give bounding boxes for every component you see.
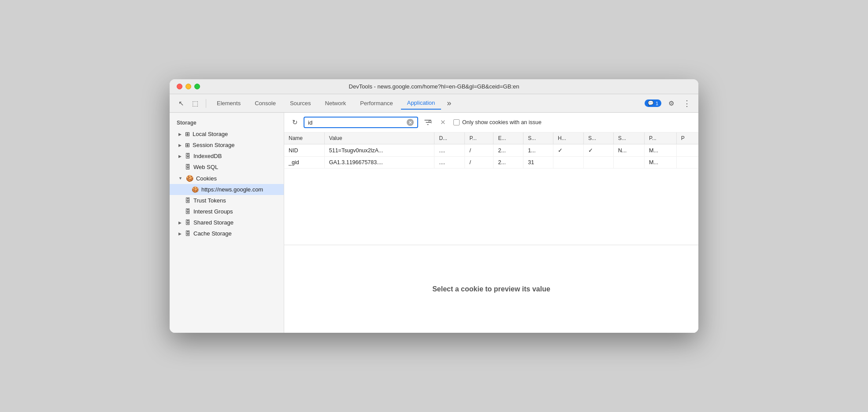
cell-domain: .... [434,144,465,157]
tab-sources[interactable]: Sources [284,97,317,109]
cell-value: GA1.3.1196675783.... [324,157,434,169]
sidebar-item-label: Cookies [196,175,217,182]
cell-path: / [465,157,493,169]
sidebar-item-cookies[interactable]: ▼ 🍪 Cookies [170,173,284,184]
svg-line-1 [431,122,431,123]
cookie-filter-checkbox[interactable] [453,119,460,125]
web-sql-icon: 🗄 [185,164,191,170]
sidebar-item-local-storage[interactable]: ▶ ⊞ Local Storage [170,129,284,140]
sidebar-item-web-sql[interactable]: ▶ 🗄 Web SQL [170,162,284,173]
sidebar-item-shared-storage[interactable]: ▶ 🗄 Shared Storage [170,217,284,228]
cookie-filter-text: Only show cookies with an issue [462,119,542,125]
sidebar-item-indexeddb[interactable]: ▶ 🗄 IndexedDB [170,151,284,162]
cell-partition [676,157,698,169]
tab-network[interactable]: Network [319,97,352,109]
cell-secure: ✓ [584,144,614,157]
settings-icon[interactable]: ⚙ [665,97,677,110]
toolbar-right: 💬 1 ⚙ ⋮ [645,97,693,110]
table-row[interactable]: NID511=Tsugv0nux2lzA......./2...1...✓✓N.… [284,144,698,157]
arrow-icon: ▶ [178,143,182,147]
maximize-button[interactable] [194,84,200,89]
window-title: DevTools - news.google.com/home?hl=en-GB… [349,83,519,90]
shared-storage-icon: 🗄 [185,219,191,226]
cell-path: / [465,144,493,157]
filter-icon[interactable] [422,116,434,129]
sidebar-item-label: https://news.google.com [201,186,263,193]
sidebar-item-label: Trust Tokens [193,197,226,204]
col-value[interactable]: Value [324,132,434,144]
cache-storage-icon: 🗄 [185,230,191,237]
indexeddb-icon: 🗄 [185,153,191,159]
cell-secure [584,157,614,169]
tab-elements[interactable]: Elements [211,97,247,109]
col-priority[interactable]: P... [645,132,677,144]
col-secure[interactable]: S... [584,132,614,144]
devtools-window: DevTools - news.google.com/home?hl=en-GB… [170,79,698,333]
badge-icon: 💬 [648,100,654,106]
col-domain[interactable]: D... [434,132,465,144]
col-samesite[interactable]: S... [613,132,644,144]
trust-tokens-icon: 🗄 [185,197,191,204]
cell-samesite: N... [613,144,644,157]
search-input[interactable] [308,119,404,126]
cursor-icon[interactable]: ↖ [175,97,187,110]
tab-performance[interactable]: Performance [354,97,399,109]
table-header-row: Name Value D... P... E... S... H... S...… [284,132,698,144]
cell-samesite [613,157,644,169]
close-button[interactable] [177,84,182,89]
toolbar-divider [206,99,206,108]
cell-value: 511=Tsugv0nux2lzA... [324,144,434,157]
session-storage-icon: ⊞ [185,142,190,148]
preview-area: Select a cookie to preview its value [284,245,698,333]
main-panel: ↻ ✕ ✕ Only show cookies with an issue [284,113,698,333]
cell-expires: 2... [493,144,523,157]
refresh-button[interactable]: ↻ [289,117,300,128]
tab-console[interactable]: Console [249,97,282,109]
arrow-icon: ▶ [178,154,182,158]
col-expires[interactable]: E... [493,132,523,144]
cell-size: 1... [523,144,553,157]
table-body: NID511=Tsugv0nux2lzA......./2...1...✓✓N.… [284,144,698,169]
col-partition[interactable]: P [676,132,698,144]
more-tabs-button[interactable]: » [443,97,455,110]
sidebar-item-label: Interest Groups [193,208,233,215]
col-path[interactable]: P... [465,132,493,144]
col-size[interactable]: S... [523,132,553,144]
col-httponly[interactable]: H... [553,132,584,144]
cookies-table-container: Name Value D... P... E... S... H... S...… [284,132,698,245]
cell-domain: .... [434,157,465,169]
sidebar-item-label: Cache Storage [193,230,232,237]
col-name[interactable]: Name [284,132,324,144]
cell-name: _gid [284,157,324,169]
sidebar-item-label: Web SQL [193,164,218,170]
cookies-icon: 🍪 [186,175,193,182]
clear-search-button[interactable]: ✕ [407,119,414,126]
toolbar: ↖ ⬚ Elements Console Sources Network Per… [170,94,698,113]
preview-label: Select a cookie to preview its value [432,285,550,293]
sidebar-item-session-storage[interactable]: ▶ ⊞ Session Storage [170,140,284,151]
badge-count: 1 [656,101,658,106]
cell-name: NID [284,144,324,157]
sidebar-item-interest-groups[interactable]: ▶ 🗄 Interest Groups [170,206,284,217]
cell-partition [676,144,698,157]
cell-httponly [553,157,584,169]
cookie-filter-label[interactable]: Only show cookies with an issue [453,119,542,125]
sidebar-item-cache-storage[interactable]: ▶ 🗄 Cache Storage [170,228,284,239]
sidebar-item-label: Shared Storage [193,219,234,226]
tab-application[interactable]: Application [401,97,441,110]
sidebar-item-google-news[interactable]: 🍪 https://news.google.com [170,184,284,195]
minimize-button[interactable] [185,84,191,89]
cell-httponly: ✓ [553,144,584,157]
sidebar-item-label: Local Storage [193,131,228,137]
close-filter-button[interactable]: ✕ [438,117,448,128]
sidebar-item-trust-tokens[interactable]: ▶ 🗄 Trust Tokens [170,195,284,206]
sidebar-item-label: IndexedDB [193,153,222,159]
search-box: ✕ [304,117,418,128]
table-row[interactable]: _gidGA1.3.1196675783......../2...31M... [284,157,698,169]
local-storage-icon: ⊞ [185,131,190,137]
inspect-icon[interactable]: ⬚ [189,97,201,110]
notification-badge[interactable]: 💬 1 [645,99,661,107]
sidebar-item-label: Session Storage [193,142,234,148]
cell-expires: 2... [493,157,523,169]
more-options-icon[interactable]: ⋮ [681,97,693,110]
